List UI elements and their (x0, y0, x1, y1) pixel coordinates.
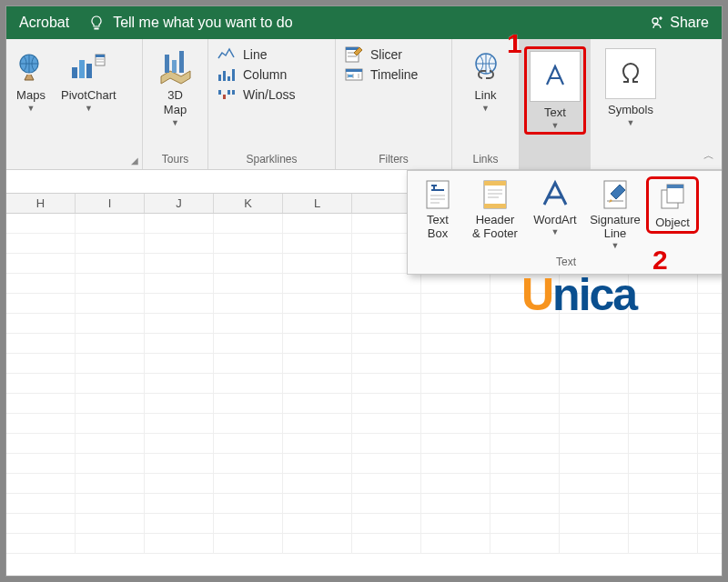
text-box-button[interactable]: Text Box (411, 176, 464, 242)
chevron-down-icon: ▼ (551, 227, 560, 236)
chevron-down-icon: ▼ (481, 104, 490, 113)
svg-rect-7 (165, 55, 169, 73)
col-i[interactable]: I (76, 194, 145, 213)
column-spark-icon (217, 66, 236, 83)
pivotchart-button[interactable]: PivotChart ▼ (56, 45, 122, 113)
object-label: Object (655, 216, 690, 229)
ribbon: Maps ▼ PivotChart ▼ ◢ 3D Map (6, 39, 722, 170)
wordart-button[interactable]: WordArt ▼ (526, 176, 584, 238)
timeline-button[interactable]: Timeline (345, 66, 442, 83)
chevron-down-icon: ▼ (551, 121, 560, 130)
text-label: Text (544, 105, 566, 120)
lightbulb-icon (89, 15, 104, 30)
timeline-icon (345, 66, 363, 83)
collapse-ribbon-icon[interactable]: ︿ (703, 148, 714, 164)
omega-icon (605, 48, 656, 99)
svg-rect-8 (172, 60, 177, 73)
col-h[interactable]: H (6, 194, 76, 213)
symbols-label: Symbols (608, 103, 653, 117)
share-label: Share (670, 15, 709, 31)
sparkline-winloss-label: Win/Loss (243, 87, 296, 102)
annotation-1: 1 (507, 28, 522, 59)
timeline-label: Timeline (370, 67, 418, 82)
signature-line-icon (599, 178, 632, 211)
group-text: Text ▼ (520, 39, 591, 169)
maps-label: Maps (16, 88, 46, 103)
titlebar: Acrobat Tell me what you want to do Shar… (6, 6, 722, 39)
text-icon (530, 51, 581, 102)
watermark-rest: nica (552, 269, 636, 320)
svg-rect-24 (348, 75, 353, 77)
group-tours: 3D Map ▼ Tours (143, 39, 208, 169)
pivotchart-icon (69, 48, 107, 86)
svg-rect-13 (232, 69, 235, 81)
svg-rect-3 (79, 60, 85, 78)
app-window: Acrobat Tell me what you want to do Shar… (5, 5, 723, 577)
slicer-button[interactable]: Slicer (345, 46, 442, 63)
svg-rect-29 (484, 204, 506, 208)
annotation-2: 2 (652, 245, 668, 276)
slicer-label: Slicer (370, 47, 402, 62)
object-button[interactable]: Object (646, 176, 699, 234)
symbols-button[interactable]: Symbols ▼ (591, 45, 671, 127)
svg-rect-11 (223, 71, 226, 81)
sparkline-line-button[interactable]: Line (217, 46, 326, 63)
svg-rect-2 (72, 67, 77, 78)
chevron-down-icon: ▼ (627, 118, 635, 127)
col-j[interactable]: J (145, 194, 214, 213)
col-k[interactable]: K (214, 194, 283, 213)
3d-map-label: 3D Map (164, 88, 187, 117)
share-icon (650, 15, 664, 30)
3d-map-button[interactable]: 3D Map ▼ (143, 45, 207, 127)
group-symbols: Symbols ▼ (591, 39, 671, 169)
share-button[interactable]: Share (650, 15, 709, 31)
svg-rect-28 (484, 181, 506, 186)
group-charts: Maps ▼ PivotChart ▼ ◢ (6, 39, 143, 169)
tell-me-input[interactable]: Tell me what you want to do (113, 15, 650, 31)
signature-line-button[interactable]: Signature Line ▼ (586, 176, 644, 252)
wordart-label: WordArt (533, 213, 576, 226)
text-dropdown-panel: Text Box Header & Footer WordArt ▼ Sign (407, 170, 723, 275)
header-footer-button[interactable]: Header & Footer (466, 176, 524, 242)
object-icon (656, 181, 689, 214)
group-sparklines: Line Column Win/Loss Sparklines (208, 39, 336, 169)
chevron-down-icon: ▼ (171, 118, 179, 127)
sparkline-column-label: Column (243, 67, 287, 82)
sparkline-winloss-button[interactable]: Win/Loss (217, 86, 326, 103)
svg-rect-14 (218, 90, 221, 95)
svg-rect-12 (228, 76, 230, 81)
watermark-logo: Unica (521, 268, 636, 321)
chevron-down-icon: ▼ (85, 104, 93, 113)
svg-rect-10 (218, 75, 221, 81)
svg-rect-15 (223, 95, 226, 99)
chevron-down-icon: ▼ (27, 104, 35, 113)
tours-group-label: Tours (143, 153, 207, 166)
link-icon (467, 48, 505, 86)
maps-button[interactable]: Maps ▼ (6, 45, 56, 113)
link-label: Link (475, 88, 497, 103)
text-box-icon (421, 178, 454, 211)
watermark-u: U (521, 269, 552, 320)
svg-rect-9 (179, 51, 184, 73)
acrobat-tab[interactable]: Acrobat (19, 15, 69, 31)
dropdown-group-label: Text (411, 256, 721, 268)
col-l[interactable]: L (283, 194, 352, 213)
svg-rect-33 (667, 185, 683, 188)
svg-rect-6 (96, 55, 105, 57)
dialog-launcher-icon[interactable]: ◢ (131, 156, 138, 166)
header-footer-icon (479, 178, 511, 211)
sparkline-line-label: Line (243, 47, 267, 62)
signature-line-label: Signature Line (590, 213, 641, 240)
winloss-spark-icon (217, 86, 236, 103)
svg-rect-26 (427, 181, 449, 208)
svg-rect-4 (86, 64, 92, 78)
slicer-icon (345, 46, 363, 63)
svg-rect-17 (232, 90, 235, 95)
links-group-label: Links (452, 153, 519, 166)
text-button[interactable]: Text ▼ (529, 51, 581, 130)
wordart-icon (539, 178, 571, 211)
group-filters: Slicer Timeline Filters (336, 39, 452, 169)
chevron-down-icon: ▼ (612, 241, 620, 250)
sparkline-column-button[interactable]: Column (217, 66, 326, 83)
svg-rect-23 (346, 69, 362, 72)
